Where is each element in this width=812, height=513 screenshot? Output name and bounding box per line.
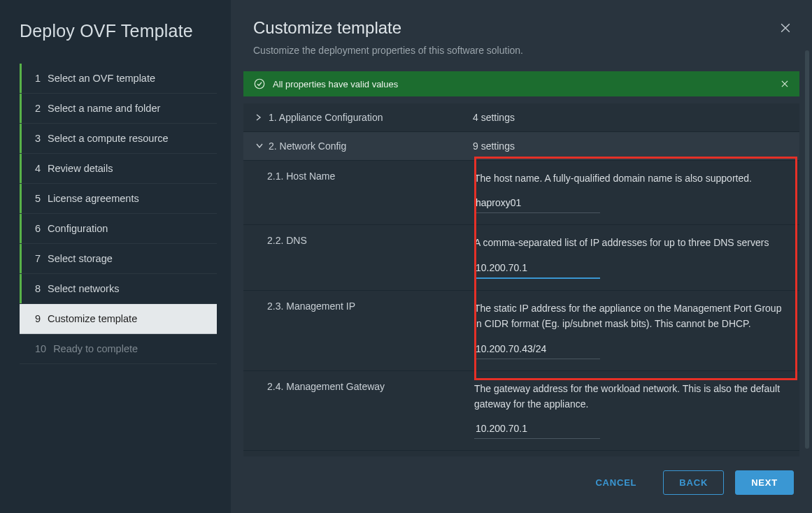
step-label: Select networks: [48, 283, 119, 294]
step-number: 6: [35, 223, 41, 234]
category-network-config[interactable]: 2. Network Config 9 settings: [243, 132, 799, 161]
wizard-step-1[interactable]: 1Select an OVF template: [20, 64, 217, 94]
property-label: 2.4. Management Gateway: [267, 381, 474, 440]
validation-banner: All properties have valid values: [243, 71, 799, 96]
mgmtgw-input[interactable]: [474, 420, 600, 439]
step-number: 10: [35, 343, 46, 354]
category-settings-count: 9 settings: [473, 140, 787, 152]
content-header: Customize template Customize the deploym…: [231, 0, 812, 60]
step-number: 1: [35, 73, 41, 84]
wizard-step-4[interactable]: 4Review details: [20, 154, 217, 184]
step-label: License agreements: [48, 193, 139, 204]
wizard-step-9[interactable]: 9Customize template: [20, 304, 217, 334]
chevron-down-icon: [256, 143, 263, 149]
page-title: Customize template: [253, 18, 790, 38]
property-row-dns: 2.2. DNSA comma-separated list of IP add…: [243, 225, 799, 290]
property-value-area: The host name. A fully-qualified domain …: [474, 171, 787, 213]
property-row-workloadip: 2.5. Workload IPThe static IP address fo…: [243, 451, 799, 456]
property-label: 2.1. Host Name: [267, 171, 474, 213]
check-circle-icon: [253, 78, 266, 90]
next-button[interactable]: NEXT: [735, 470, 794, 495]
property-value-area: The static IP address for the appliance …: [474, 301, 787, 359]
step-label: Review details: [48, 163, 113, 174]
category-appliance-config[interactable]: 1. Appliance Configuration 4 settings: [243, 103, 799, 132]
category-label: 2. Network Config: [269, 140, 346, 152]
property-label: 2.3. Management IP: [267, 301, 474, 359]
hostname-input[interactable]: [474, 194, 600, 213]
dns-input[interactable]: [474, 259, 600, 279]
step-label: Ready to complete: [53, 343, 138, 354]
wizard-step-7[interactable]: 7Select storage: [20, 244, 217, 274]
category-label: 1. Appliance Configuration: [269, 112, 383, 123]
svg-point-0: [255, 79, 264, 89]
wizard-sidebar: Deploy OVF Template 1Select an OVF templ…: [0, 0, 231, 513]
scrollbar[interactable]: [805, 50, 809, 449]
wizard-step-2[interactable]: 2Select a name and folder: [20, 94, 217, 124]
ovf-wizard-modal: Deploy OVF Template 1Select an OVF templ…: [0, 0, 812, 513]
step-number: 2: [35, 103, 41, 114]
step-number: 3: [35, 133, 41, 144]
step-number: 5: [35, 193, 41, 204]
wizard-step-8[interactable]: 8Select networks: [20, 274, 217, 304]
wizard-step-3[interactable]: 3Select a compute resource: [20, 124, 217, 154]
step-number: 8: [35, 283, 41, 294]
step-number: 4: [35, 163, 41, 174]
wizard-footer: CANCEL BACK NEXT: [231, 456, 812, 513]
wizard-steps: 1Select an OVF template2Select a name an…: [20, 64, 217, 364]
step-label: Select an OVF template: [48, 73, 155, 84]
step-number: 9: [35, 313, 41, 324]
banner-close-icon[interactable]: [780, 79, 790, 89]
property-description: The static IP address for the appliance …: [474, 301, 787, 332]
property-row-hostname: 2.1. Host NameThe host name. A fully-qua…: [243, 161, 799, 225]
wizard-content: Customize template Customize the deploym…: [231, 0, 812, 513]
step-label: Configuration: [48, 223, 108, 234]
property-row-mgmtip: 2.3. Management IPThe static IP address …: [243, 291, 799, 371]
wizard-step-10: 10Ready to complete: [20, 334, 217, 364]
step-label: Select a name and folder: [48, 103, 160, 114]
cancel-button[interactable]: CANCEL: [580, 471, 652, 494]
back-button[interactable]: BACK: [663, 470, 724, 495]
wizard-title: Deploy OVF Template: [20, 21, 217, 41]
step-label: Select storage: [48, 253, 113, 264]
property-description: The gateway address for the workload net…: [474, 381, 787, 412]
wizard-step-5[interactable]: 5License agreements: [20, 184, 217, 214]
category-settings-count: 4 settings: [473, 112, 787, 123]
close-icon[interactable]: [778, 21, 795, 38]
step-label: Customize template: [48, 313, 137, 324]
wizard-step-6[interactable]: 6Configuration: [20, 214, 217, 244]
property-value-area: A comma-separated list of IP addresses f…: [474, 235, 787, 278]
property-label: 2.2. DNS: [267, 235, 474, 278]
property-scroll-area[interactable]: 1. Appliance Configuration 4 settings 2.…: [243, 103, 799, 456]
page-subtitle: Customize the deployment properties of t…: [253, 45, 790, 56]
property-value-area: The gateway address for the workload net…: [474, 381, 787, 440]
property-row-mgmtgw: 2.4. Management GatewayThe gateway addre…: [243, 371, 799, 451]
property-description: The host name. A fully-qualified domain …: [474, 171, 787, 186]
step-number: 7: [35, 253, 41, 264]
step-label: Select a compute resource: [48, 133, 168, 144]
mgmtip-input[interactable]: [474, 340, 600, 359]
validation-text: All properties have valid values: [273, 79, 398, 89]
chevron-right-icon: [256, 114, 263, 121]
property-description: A comma-separated list of IP addresses f…: [474, 235, 787, 250]
